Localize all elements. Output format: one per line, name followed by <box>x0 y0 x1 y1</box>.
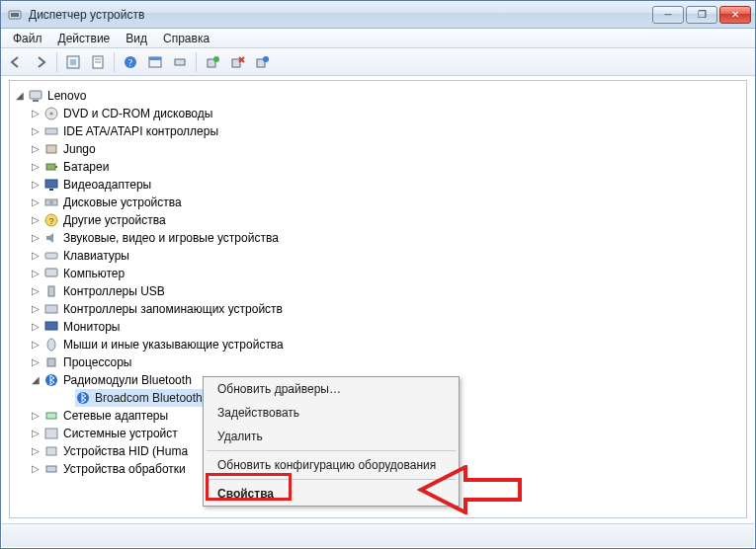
expand-icon[interactable]: ▷ <box>30 407 42 425</box>
svg-rect-1 <box>11 13 19 17</box>
svg-point-16 <box>263 56 269 62</box>
svg-point-36 <box>47 339 55 351</box>
tree-item-label: Jungo <box>63 140 96 158</box>
tree-item-label: Радиомодули Bluetooth <box>63 371 192 389</box>
expand-icon[interactable]: ▷ <box>30 140 42 158</box>
computer-icon <box>28 88 43 104</box>
tb-scan-hardware[interactable] <box>251 51 273 73</box>
window-title: Диспетчер устройств <box>29 8 144 22</box>
expand-icon[interactable]: ▷ <box>30 353 42 371</box>
svg-rect-25 <box>45 180 57 188</box>
imaging-icon <box>43 461 59 477</box>
device-icon <box>43 141 59 157</box>
forward-button[interactable] <box>30 51 51 73</box>
menu-help[interactable]: Справка <box>155 31 217 46</box>
expand-icon[interactable]: ▷ <box>30 247 42 265</box>
expand-icon[interactable]: ▷ <box>30 336 42 353</box>
back-button[interactable] <box>5 51 27 73</box>
tree-item-label: Другие устройства <box>63 211 166 229</box>
tree-item-label: Компьютер <box>63 265 125 282</box>
tb-update-driver[interactable] <box>202 51 223 73</box>
tree-item-mouse[interactable]: ▷ Мыши и иные указывающие устройства <box>30 336 740 353</box>
tb-properties[interactable] <box>87 51 109 73</box>
svg-rect-41 <box>45 429 57 438</box>
menu-action[interactable]: Действие <box>50 31 119 46</box>
expand-icon[interactable]: ▷ <box>30 158 42 176</box>
tree-item-sound[interactable]: ▷ Звуковые, видео и игровые устройства <box>30 229 740 247</box>
expand-icon[interactable]: ▷ <box>30 282 42 300</box>
tree-item-keyboard[interactable]: ▷ Клавиатуры <box>30 247 740 265</box>
tree-item-label: Сетевые адаптеры <box>63 407 168 425</box>
menu-view[interactable]: Вид <box>118 31 155 46</box>
tree-root[interactable]: ◢ Lenovo <box>14 87 740 105</box>
maximize-button[interactable]: ❐ <box>686 6 717 24</box>
tree-item-other[interactable]: ▷ ? Другие устройства <box>30 211 740 229</box>
expand-icon[interactable]: ▷ <box>30 176 42 194</box>
expand-icon[interactable]: ▷ <box>30 318 42 336</box>
toolbar-separator <box>114 52 115 72</box>
network-icon <box>43 408 59 424</box>
expand-icon[interactable]: ▷ <box>30 122 42 140</box>
tree-item-jungo[interactable]: ▷ Jungo <box>30 140 740 158</box>
system-icon <box>43 426 59 441</box>
expand-icon[interactable]: ▷ <box>30 105 42 122</box>
tree-item-monitor[interactable]: ▷ Мониторы <box>30 318 740 336</box>
svg-point-13 <box>213 56 219 62</box>
expand-icon[interactable]: ▷ <box>30 425 42 442</box>
close-button[interactable]: ✕ <box>719 6 751 24</box>
expand-icon[interactable]: ▷ <box>30 211 42 229</box>
expand-icon[interactable]: ▷ <box>30 442 42 460</box>
ctx-separator <box>207 450 456 451</box>
disk-icon <box>43 195 59 210</box>
disc-icon <box>43 106 59 121</box>
tb-uninstall[interactable] <box>226 51 248 73</box>
tree-item-label: Мыши и иные указывающие устройства <box>63 336 284 353</box>
svg-rect-26 <box>49 189 53 191</box>
tree-item-battery[interactable]: ▷ Батареи <box>30 158 740 176</box>
svg-rect-11 <box>175 59 185 65</box>
svg-rect-17 <box>30 91 42 99</box>
svg-rect-35 <box>45 322 57 330</box>
tree-item-display[interactable]: ▷ Видеоадаптеры <box>30 176 740 194</box>
svg-point-28 <box>49 200 53 204</box>
expand-icon[interactable]: ▷ <box>30 300 42 318</box>
ctx-properties[interactable]: Свойства <box>204 482 459 506</box>
mouse-icon <box>43 337 59 353</box>
menu-file[interactable]: Файл <box>5 31 50 46</box>
minimize-button[interactable]: ─ <box>652 6 684 24</box>
tree-item-dvd[interactable]: ▷ DVD и CD-ROM дисководы <box>30 105 740 122</box>
tree-item-label: Батареи <box>63 158 109 176</box>
tree-item-usb[interactable]: ▷ Контроллеры USB <box>30 282 740 300</box>
expand-icon[interactable]: ▷ <box>30 229 42 247</box>
tree-item-computer[interactable]: ▷ Компьютер <box>30 265 740 282</box>
tree-item-disk[interactable]: ▷ Дисковые устройства <box>30 194 740 211</box>
svg-rect-34 <box>45 305 57 313</box>
svg-rect-42 <box>46 447 56 455</box>
monitor-icon <box>43 319 59 335</box>
tb-help[interactable]: ? <box>120 51 141 73</box>
ctx-update-drivers[interactable]: Обновить драйверы… <box>204 377 459 401</box>
ctx-scan-hardware[interactable]: Обновить конфигурацию оборудования <box>204 453 459 477</box>
svg-rect-23 <box>46 164 55 170</box>
svg-rect-21 <box>45 128 57 134</box>
tree-item-label: Устройства обработки <box>63 460 186 478</box>
tree-item-ide[interactable]: ▷ IDE ATA/ATAPI контроллеры <box>30 122 740 140</box>
tree-item-label: Клавиатуры <box>63 247 129 265</box>
tb-view-button[interactable] <box>144 51 166 73</box>
chip-icon <box>43 354 59 370</box>
svg-text:?: ? <box>48 216 53 226</box>
tb-devices-button[interactable] <box>169 51 191 73</box>
expand-icon[interactable]: ▷ <box>30 265 42 282</box>
expand-icon[interactable]: ▷ <box>30 194 42 211</box>
ctx-enable[interactable]: Задействовать <box>204 401 459 425</box>
tree-item-cpu[interactable]: ▷ Процессоры <box>30 353 740 371</box>
svg-rect-43 <box>46 466 56 472</box>
tb-show-hidden[interactable] <box>62 51 84 73</box>
tree-item-storage[interactable]: ▷ Контроллеры запоминающих устройств <box>30 300 740 318</box>
expand-icon[interactable]: ▷ <box>30 460 42 478</box>
ctx-delete[interactable]: Удалить <box>204 425 459 448</box>
svg-point-20 <box>50 113 53 116</box>
collapse-icon[interactable]: ◢ <box>14 87 26 105</box>
toolbar-separator <box>196 52 197 72</box>
collapse-icon[interactable]: ◢ <box>30 371 42 389</box>
